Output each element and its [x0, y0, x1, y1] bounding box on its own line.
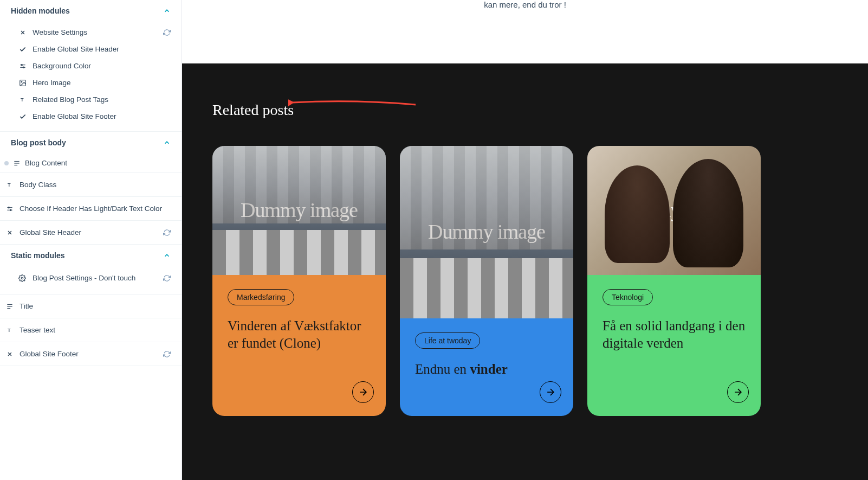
module-label: Website Settings	[33, 28, 158, 36]
card-title: Vinderen af Vækstfaktor er fundet (Clone…	[228, 317, 371, 352]
blog-content-item[interactable]: Blog Content	[0, 153, 182, 173]
related-post-card[interactable]: Dummy image Markedsføring Vinderen af Væ…	[212, 146, 386, 416]
card-body: Markedsføring Vinderen af Vækstfaktor er…	[212, 275, 386, 416]
module-blog-post-settings[interactable]: Blog Post Settings - Don't touch	[0, 268, 182, 287]
truncated-hero-text: kan mere, end du tror !	[182, 0, 868, 9]
static-modules-title: Static modules	[11, 251, 65, 260]
text-icon: T	[18, 97, 27, 103]
card-title: Få en solid landgang i den digitale verd…	[603, 317, 746, 352]
refresh-icon	[163, 29, 171, 36]
module-label: Title	[20, 302, 171, 310]
related-post-card[interactable]: Dummy image Teknologi Få en solid landga…	[587, 146, 761, 416]
preview-pane: kan mere, end du tror ! Related posts Du…	[182, 0, 868, 480]
module-website-settings[interactable]: Website Settings	[0, 24, 182, 41]
hidden-modules-body: Website Settings Enable Global Site Head…	[0, 22, 182, 131]
sliders-icon	[5, 205, 14, 213]
arrow-right-icon	[733, 387, 743, 398]
x-icon	[5, 229, 14, 236]
card-image: Dummy image	[587, 146, 761, 275]
module-label: Enable Global Site Footer	[33, 112, 171, 120]
module-label: Enable Global Site Header	[33, 45, 171, 53]
card-image: Dummy image	[400, 146, 573, 318]
x-icon	[5, 351, 14, 357]
arrow-right-icon	[358, 387, 368, 398]
chevron-up-icon	[163, 252, 171, 259]
card-arrow-button[interactable]	[727, 381, 749, 403]
cards-grid: Dummy image Markedsføring Vinderen af Væ…	[212, 146, 838, 416]
module-global-site-footer[interactable]: Global Site Footer	[0, 342, 182, 366]
svg-text:T: T	[8, 182, 11, 188]
dot-icon	[4, 161, 9, 165]
refresh-icon	[163, 229, 171, 236]
svg-text:T: T	[21, 97, 24, 103]
svg-point-4	[21, 64, 22, 65]
dummy-image-label: Dummy image	[616, 199, 733, 222]
module-label: Related Blog Post Tags	[33, 95, 171, 104]
refresh-icon	[163, 350, 171, 358]
x-icon	[18, 29, 27, 36]
text-icon: T	[5, 182, 14, 188]
refresh-icon	[163, 274, 171, 282]
check-icon	[18, 46, 27, 53]
module-label: Choose If Header Has Light/Dark Text Col…	[20, 204, 171, 213]
module-related-blog-post-tags[interactable]: T Related Blog Post Tags	[0, 91, 182, 108]
module-enable-global-site-header[interactable]: Enable Global Site Header	[0, 41, 182, 57]
related-posts-title: Related posts	[212, 101, 838, 119]
module-label: Body Class	[20, 181, 171, 189]
card-title: Endnu en vinder	[415, 361, 558, 378]
module-label: Global Site Footer	[20, 350, 158, 358]
card-body: Life at twoday Endnu en vinder	[400, 318, 573, 416]
svg-point-15	[8, 207, 9, 208]
module-label: Global Site Header	[20, 228, 158, 236]
card-tag[interactable]: Teknologi	[603, 289, 653, 305]
module-label: Blog Post Settings - Don't touch	[33, 274, 158, 282]
module-enable-global-site-footer[interactable]: Enable Global Site Footer	[0, 108, 182, 125]
chevron-up-icon	[163, 139, 171, 146]
module-body-class[interactable]: T Body Class	[0, 173, 182, 197]
module-label: Hero Image	[33, 79, 171, 87]
card-tag[interactable]: Markedsføring	[228, 289, 294, 305]
sliders-icon	[18, 62, 27, 70]
module-title[interactable]: Title	[0, 295, 182, 318]
blog-post-body-header[interactable]: Blog post body	[0, 132, 182, 153]
svg-point-5	[23, 67, 24, 68]
arrow-right-icon	[545, 387, 556, 398]
static-modules-body: Blog Post Settings - Don't touch	[0, 266, 182, 294]
module-choose-header-text-color[interactable]: Choose If Header Has Light/Dark Text Col…	[0, 197, 182, 221]
gear-icon	[18, 274, 27, 282]
card-arrow-button[interactable]	[352, 381, 374, 403]
lines-icon	[13, 159, 21, 167]
module-label: Teaser text	[20, 326, 171, 334]
check-icon	[18, 113, 27, 120]
module-label: Background Color	[33, 62, 171, 70]
related-posts-section: Related posts Dummy image Markedsføring …	[182, 63, 868, 480]
text-icon: T	[5, 327, 14, 334]
chevron-up-icon	[163, 7, 171, 15]
related-post-card[interactable]: Dummy image Life at twoday Endnu en vind…	[400, 146, 573, 416]
svg-text:T: T	[8, 328, 11, 333]
card-tag[interactable]: Life at twoday	[415, 332, 480, 349]
hidden-modules-header[interactable]: Hidden modules	[0, 0, 182, 22]
card-image: Dummy image	[212, 146, 386, 275]
module-hero-image[interactable]: Hero Image	[0, 74, 182, 91]
image-icon	[18, 79, 27, 87]
dummy-image-label: Dummy image	[428, 221, 545, 244]
svg-point-16	[10, 209, 11, 210]
module-teaser-text[interactable]: T Teaser text	[0, 318, 182, 342]
sidebar: Hidden modules Website Settings Enable G…	[0, 0, 182, 480]
blog-post-body-title: Blog post body	[11, 138, 66, 147]
svg-point-7	[21, 81, 22, 82]
blog-content-label: Blog Content	[25, 159, 67, 167]
card-arrow-button[interactable]	[540, 381, 561, 403]
module-global-site-header[interactable]: Global Site Header	[0, 221, 182, 245]
hidden-modules-title: Hidden modules	[11, 7, 70, 15]
card-body: Teknologi Få en solid landgang i den dig…	[587, 275, 761, 416]
module-background-color[interactable]: Background Color	[0, 57, 182, 74]
svg-point-19	[21, 277, 23, 279]
static-modules-header[interactable]: Static modules	[0, 245, 182, 266]
lines-icon	[5, 303, 14, 310]
dummy-image-label: Dummy image	[241, 199, 358, 222]
